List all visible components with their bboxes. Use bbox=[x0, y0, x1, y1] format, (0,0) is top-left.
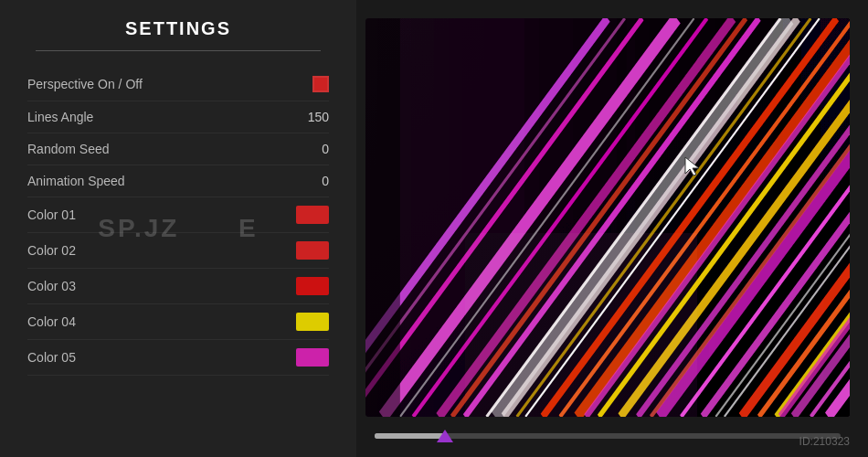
setting-row-perspective: Perspective On / Off bbox=[27, 68, 329, 101]
color-04-swatch[interactable] bbox=[296, 313, 329, 331]
color-02-label: Color 02 bbox=[27, 243, 76, 258]
lines-angle-label: Lines Angle bbox=[27, 110, 93, 124]
lines-svg bbox=[365, 18, 850, 417]
color-01-label: Color 01 bbox=[27, 207, 76, 222]
perspective-checkbox[interactable] bbox=[312, 76, 329, 92]
settings-rows: Perspective On / Off Lines Angle 150 Ran… bbox=[0, 68, 356, 376]
color-04-label: Color 04 bbox=[27, 314, 76, 329]
setting-row-lines-angle: Lines Angle 150 bbox=[27, 101, 329, 133]
setting-row-color-02: Color 02 bbox=[27, 233, 329, 269]
animation-speed-label: Animation Speed bbox=[27, 174, 125, 188]
right-panel: ID:210323 bbox=[356, 0, 868, 457]
color-02-swatch[interactable] bbox=[296, 241, 329, 260]
scrubber-progress bbox=[375, 433, 445, 439]
scrubber-handle[interactable] bbox=[437, 430, 453, 442]
svg-rect-0 bbox=[365, 18, 850, 417]
setting-row-random-seed: Random Seed 0 bbox=[27, 133, 329, 165]
color-01-swatch[interactable] bbox=[296, 206, 329, 224]
setting-row-color-01: Color 01 bbox=[27, 197, 329, 233]
lines-angle-value[interactable]: 150 bbox=[292, 110, 329, 124]
perspective-label: Perspective On / Off bbox=[27, 77, 143, 91]
svg-rect-34 bbox=[365, 18, 400, 417]
setting-row-color-05: Color 05 bbox=[27, 340, 329, 376]
id-label: ID:210323 bbox=[799, 435, 850, 448]
setting-row-color-04: Color 04 bbox=[27, 304, 329, 340]
settings-panel: SETTINGS Perspective On / Off Lines Angl… bbox=[0, 0, 356, 457]
scrubber-bar[interactable] bbox=[365, 433, 850, 439]
random-seed-label: Random Seed bbox=[27, 142, 110, 156]
setting-row-color-03: Color 03 bbox=[27, 269, 329, 304]
color-05-label: Color 05 bbox=[27, 350, 76, 365]
color-05-swatch[interactable] bbox=[296, 348, 329, 367]
color-03-swatch[interactable] bbox=[296, 277, 329, 295]
setting-row-animation-speed: Animation Speed 0 bbox=[27, 165, 329, 197]
lines-visualization bbox=[365, 18, 850, 417]
random-seed-value[interactable]: 0 bbox=[292, 142, 329, 156]
color-03-label: Color 03 bbox=[27, 279, 76, 293]
animation-speed-value[interactable]: 0 bbox=[292, 174, 329, 188]
title-divider bbox=[36, 50, 321, 51]
preview-container bbox=[365, 18, 850, 417]
settings-title: SETTINGS bbox=[125, 18, 231, 39]
scrubber-track[interactable] bbox=[375, 433, 841, 439]
